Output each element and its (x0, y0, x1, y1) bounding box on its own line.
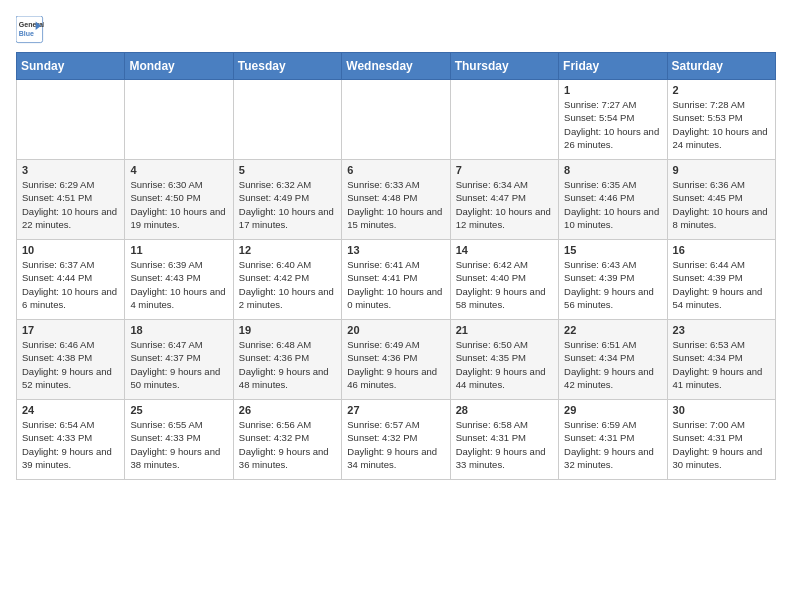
day-info: Sunrise: 6:34 AM Sunset: 4:47 PM Dayligh… (456, 178, 553, 231)
day-info: Sunrise: 6:48 AM Sunset: 4:36 PM Dayligh… (239, 338, 336, 391)
weekday-header-row: SundayMondayTuesdayWednesdayThursdayFrid… (17, 53, 776, 80)
day-info: Sunrise: 7:27 AM Sunset: 5:54 PM Dayligh… (564, 98, 661, 151)
day-info: Sunrise: 6:51 AM Sunset: 4:34 PM Dayligh… (564, 338, 661, 391)
calendar-cell (233, 80, 341, 160)
logo: General Blue (16, 16, 48, 44)
calendar-cell: 28Sunrise: 6:58 AM Sunset: 4:31 PM Dayli… (450, 400, 558, 480)
calendar-cell (342, 80, 450, 160)
day-info: Sunrise: 6:36 AM Sunset: 4:45 PM Dayligh… (673, 178, 770, 231)
day-info: Sunrise: 6:59 AM Sunset: 4:31 PM Dayligh… (564, 418, 661, 471)
calendar-cell: 17Sunrise: 6:46 AM Sunset: 4:38 PM Dayli… (17, 320, 125, 400)
weekday-friday: Friday (559, 53, 667, 80)
calendar-cell (125, 80, 233, 160)
day-info: Sunrise: 6:57 AM Sunset: 4:32 PM Dayligh… (347, 418, 444, 471)
day-info: Sunrise: 6:41 AM Sunset: 4:41 PM Dayligh… (347, 258, 444, 311)
calendar-cell: 2Sunrise: 7:28 AM Sunset: 5:53 PM Daylig… (667, 80, 775, 160)
day-info: Sunrise: 6:37 AM Sunset: 4:44 PM Dayligh… (22, 258, 119, 311)
calendar-cell: 27Sunrise: 6:57 AM Sunset: 4:32 PM Dayli… (342, 400, 450, 480)
calendar-cell: 29Sunrise: 6:59 AM Sunset: 4:31 PM Dayli… (559, 400, 667, 480)
day-number: 28 (456, 404, 553, 416)
day-number: 7 (456, 164, 553, 176)
logo-icon: General Blue (16, 16, 44, 44)
calendar-cell (17, 80, 125, 160)
day-number: 18 (130, 324, 227, 336)
calendar-cell: 3Sunrise: 6:29 AM Sunset: 4:51 PM Daylig… (17, 160, 125, 240)
day-number: 30 (673, 404, 770, 416)
day-info: Sunrise: 6:47 AM Sunset: 4:37 PM Dayligh… (130, 338, 227, 391)
day-number: 5 (239, 164, 336, 176)
day-number: 12 (239, 244, 336, 256)
day-info: Sunrise: 6:43 AM Sunset: 4:39 PM Dayligh… (564, 258, 661, 311)
calendar-cell: 8Sunrise: 6:35 AM Sunset: 4:46 PM Daylig… (559, 160, 667, 240)
calendar-week-5: 24Sunrise: 6:54 AM Sunset: 4:33 PM Dayli… (17, 400, 776, 480)
day-number: 19 (239, 324, 336, 336)
calendar-cell: 1Sunrise: 7:27 AM Sunset: 5:54 PM Daylig… (559, 80, 667, 160)
calendar-week-3: 10Sunrise: 6:37 AM Sunset: 4:44 PM Dayli… (17, 240, 776, 320)
calendar-cell: 22Sunrise: 6:51 AM Sunset: 4:34 PM Dayli… (559, 320, 667, 400)
calendar-cell: 7Sunrise: 6:34 AM Sunset: 4:47 PM Daylig… (450, 160, 558, 240)
calendar-cell: 23Sunrise: 6:53 AM Sunset: 4:34 PM Dayli… (667, 320, 775, 400)
day-info: Sunrise: 6:50 AM Sunset: 4:35 PM Dayligh… (456, 338, 553, 391)
weekday-thursday: Thursday (450, 53, 558, 80)
day-info: Sunrise: 6:54 AM Sunset: 4:33 PM Dayligh… (22, 418, 119, 471)
calendar-cell: 6Sunrise: 6:33 AM Sunset: 4:48 PM Daylig… (342, 160, 450, 240)
day-number: 3 (22, 164, 119, 176)
day-info: Sunrise: 6:58 AM Sunset: 4:31 PM Dayligh… (456, 418, 553, 471)
day-number: 8 (564, 164, 661, 176)
calendar-cell: 19Sunrise: 6:48 AM Sunset: 4:36 PM Dayli… (233, 320, 341, 400)
day-number: 23 (673, 324, 770, 336)
day-number: 27 (347, 404, 444, 416)
day-info: Sunrise: 6:30 AM Sunset: 4:50 PM Dayligh… (130, 178, 227, 231)
day-info: Sunrise: 6:55 AM Sunset: 4:33 PM Dayligh… (130, 418, 227, 471)
day-number: 22 (564, 324, 661, 336)
day-number: 13 (347, 244, 444, 256)
calendar-cell: 5Sunrise: 6:32 AM Sunset: 4:49 PM Daylig… (233, 160, 341, 240)
calendar-week-4: 17Sunrise: 6:46 AM Sunset: 4:38 PM Dayli… (17, 320, 776, 400)
calendar-cell: 26Sunrise: 6:56 AM Sunset: 4:32 PM Dayli… (233, 400, 341, 480)
calendar-week-1: 1Sunrise: 7:27 AM Sunset: 5:54 PM Daylig… (17, 80, 776, 160)
calendar-cell: 9Sunrise: 6:36 AM Sunset: 4:45 PM Daylig… (667, 160, 775, 240)
page-header: General Blue (16, 16, 776, 44)
day-info: Sunrise: 7:00 AM Sunset: 4:31 PM Dayligh… (673, 418, 770, 471)
day-number: 15 (564, 244, 661, 256)
day-info: Sunrise: 6:44 AM Sunset: 4:39 PM Dayligh… (673, 258, 770, 311)
day-info: Sunrise: 6:42 AM Sunset: 4:40 PM Dayligh… (456, 258, 553, 311)
weekday-tuesday: Tuesday (233, 53, 341, 80)
calendar-cell: 16Sunrise: 6:44 AM Sunset: 4:39 PM Dayli… (667, 240, 775, 320)
calendar-cell: 12Sunrise: 6:40 AM Sunset: 4:42 PM Dayli… (233, 240, 341, 320)
day-number: 20 (347, 324, 444, 336)
weekday-saturday: Saturday (667, 53, 775, 80)
day-number: 26 (239, 404, 336, 416)
day-info: Sunrise: 6:39 AM Sunset: 4:43 PM Dayligh… (130, 258, 227, 311)
day-number: 17 (22, 324, 119, 336)
day-info: Sunrise: 6:49 AM Sunset: 4:36 PM Dayligh… (347, 338, 444, 391)
svg-text:Blue: Blue (19, 30, 34, 37)
day-info: Sunrise: 6:29 AM Sunset: 4:51 PM Dayligh… (22, 178, 119, 231)
calendar-cell: 20Sunrise: 6:49 AM Sunset: 4:36 PM Dayli… (342, 320, 450, 400)
weekday-wednesday: Wednesday (342, 53, 450, 80)
day-number: 11 (130, 244, 227, 256)
day-number: 2 (673, 84, 770, 96)
calendar-cell: 14Sunrise: 6:42 AM Sunset: 4:40 PM Dayli… (450, 240, 558, 320)
day-number: 24 (22, 404, 119, 416)
day-number: 14 (456, 244, 553, 256)
day-number: 9 (673, 164, 770, 176)
weekday-sunday: Sunday (17, 53, 125, 80)
calendar: SundayMondayTuesdayWednesdayThursdayFrid… (16, 52, 776, 480)
day-number: 16 (673, 244, 770, 256)
day-info: Sunrise: 6:53 AM Sunset: 4:34 PM Dayligh… (673, 338, 770, 391)
svg-text:General: General (19, 21, 44, 28)
calendar-cell: 11Sunrise: 6:39 AM Sunset: 4:43 PM Dayli… (125, 240, 233, 320)
day-info: Sunrise: 6:40 AM Sunset: 4:42 PM Dayligh… (239, 258, 336, 311)
day-info: Sunrise: 6:32 AM Sunset: 4:49 PM Dayligh… (239, 178, 336, 231)
day-info: Sunrise: 6:35 AM Sunset: 4:46 PM Dayligh… (564, 178, 661, 231)
day-number: 21 (456, 324, 553, 336)
day-number: 6 (347, 164, 444, 176)
day-number: 25 (130, 404, 227, 416)
calendar-cell: 13Sunrise: 6:41 AM Sunset: 4:41 PM Dayli… (342, 240, 450, 320)
day-number: 1 (564, 84, 661, 96)
day-info: Sunrise: 6:56 AM Sunset: 4:32 PM Dayligh… (239, 418, 336, 471)
calendar-cell: 4Sunrise: 6:30 AM Sunset: 4:50 PM Daylig… (125, 160, 233, 240)
day-info: Sunrise: 7:28 AM Sunset: 5:53 PM Dayligh… (673, 98, 770, 151)
calendar-cell (450, 80, 558, 160)
